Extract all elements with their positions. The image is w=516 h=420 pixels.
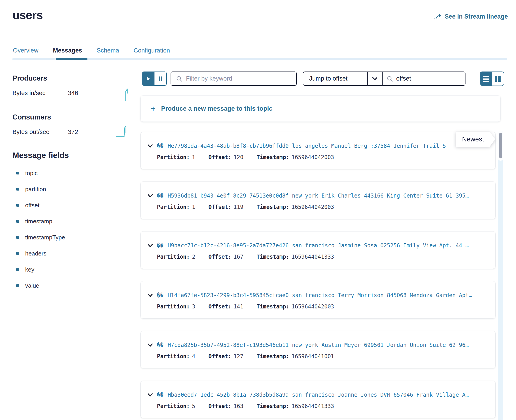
producers-heading: Producers [12, 74, 47, 82]
list-view-button[interactable] [480, 72, 492, 86]
bytes-in-label: Bytes in/sec [12, 90, 46, 97]
message-card[interactable]: �� H5936db81-b943-4e0f-8c29-74513e0c0d8f… [140, 181, 496, 219]
message-card[interactable]: �� H7cda825b-35b7-4952-88ef-c193d546eb11… [140, 331, 496, 368]
tab-label: Schema [97, 47, 119, 54]
chevron-down-icon[interactable] [147, 393, 153, 397]
replacement-glyphs: �� [157, 392, 163, 398]
field-bullet-icon [16, 252, 19, 255]
partition-field: Partition:5 [157, 403, 195, 409]
offset-field: Offset:127 [208, 353, 244, 360]
tab-bar: OverviewMessagesSchemaConfiguration [13, 47, 170, 56]
message-field-item-partition[interactable]: partition [16, 186, 65, 193]
offset-field: Offset:141 [208, 303, 244, 310]
live-consume-toggle [142, 72, 167, 86]
partition-field: Partition:3 [157, 303, 195, 310]
message-key-row: �� Hba30eed7-1edc-452b-8b1a-738d3b5d8a9a… [147, 392, 490, 398]
message-card[interactable]: �� Hba30eed7-1edc-452b-8b1a-738d3b5d8a9a… [140, 381, 496, 418]
chevron-down-icon[interactable] [147, 144, 153, 148]
field-label: key [25, 266, 34, 273]
column-view-button[interactable] [492, 72, 504, 86]
tab-label: Messages [53, 47, 82, 54]
offset-field: Offset:167 [208, 254, 244, 260]
search-icon [387, 75, 393, 82]
message-key-row: �� H14fa67fe-5823-4299-b3c4-595845cfcae0… [147, 292, 490, 299]
scrollbar-track[interactable] [498, 131, 503, 420]
timestamp-field: Timestamp:1659644041333 [256, 254, 334, 260]
message-field-item-key[interactable]: key [16, 266, 65, 273]
replacement-glyphs: �� [157, 342, 163, 348]
field-label: timestampType [25, 234, 65, 241]
message-meta-row: Partition:5 Offset:163 Timestamp:1659644… [157, 403, 334, 409]
bytes-out-label: Bytes out/sec [12, 128, 49, 135]
message-card[interactable]: �� He77981da-4a43-48ab-b8f8-cb71b96ffdd0… [140, 132, 496, 169]
newest-tooltip-label: Newest [456, 132, 490, 147]
jump-to-select-value: Jump to offset [303, 75, 367, 82]
partition-field: Partition:2 [157, 254, 195, 260]
replacement-glyphs: �� [157, 242, 163, 249]
field-bullet-icon [16, 188, 19, 191]
message-field-item-value[interactable]: value [16, 282, 65, 289]
partition-field: Partition:4 [157, 353, 195, 360]
field-bullet-icon [16, 220, 19, 223]
bytes-in-value: 346 [68, 90, 78, 97]
filter-input-box [170, 72, 297, 86]
message-field-item-headers[interactable]: headers [16, 250, 65, 257]
message-key: He77981da-4a43-48ab-b8f8-cb71b96ffdd0 lo… [168, 143, 446, 149]
message-key: H14fa67fe-5823-4299-b3c4-595845cfcae0 sa… [168, 292, 472, 299]
tab-configuration[interactable]: Configuration [134, 47, 170, 56]
field-bullet-icon [16, 204, 19, 207]
jump-to-select[interactable]: Jump to offset [303, 72, 383, 86]
message-key: Hba30eed7-1edc-452b-8b1a-738d3b5d8a9a sa… [168, 392, 469, 398]
timestamp-field: Timestamp:1659644041001 [256, 353, 334, 360]
tab-label: Overview [13, 47, 39, 54]
offset-input-box [382, 72, 465, 86]
message-card[interactable]: �� H14fa67fe-5823-4299-b3c4-595845cfcae0… [140, 281, 496, 319]
message-field-item-topic[interactable]: topic [16, 170, 65, 177]
bytes-out-row: Bytes out/sec 372 [12, 128, 130, 135]
produce-message-label: Produce a new message to this topic [161, 105, 272, 112]
replacement-glyphs: �� [157, 143, 163, 149]
bytes-out-sparkline [116, 125, 129, 138]
field-label: offset [25, 202, 39, 209]
message-field-item-offset[interactable]: offset [16, 202, 65, 209]
play-button[interactable] [142, 72, 154, 85]
chevron-down-icon[interactable] [147, 344, 153, 347]
produce-message-button[interactable]: + Produce a new message to this topic [140, 96, 501, 122]
tab-underline-active [56, 58, 87, 60]
chevron-down-icon[interactable] [147, 244, 153, 247]
tab-overview[interactable]: Overview [13, 47, 39, 56]
bytes-in-sparkline [124, 88, 130, 101]
field-label: value [25, 282, 39, 289]
replacement-glyphs: �� [157, 292, 163, 299]
filter-keyword-input[interactable] [186, 75, 281, 82]
message-meta-row: Partition:3 Offset:141 Timestamp:1659644… [157, 303, 334, 310]
tab-messages[interactable]: Messages [53, 47, 82, 56]
stream-lineage-link[interactable]: See in Stream lineage [434, 13, 508, 20]
bytes-in-row: Bytes in/sec 346 [12, 90, 130, 97]
pause-button[interactable] [154, 72, 166, 85]
message-field-item-timestamp[interactable]: timestamp [16, 218, 65, 225]
scrollbar-thumb[interactable] [499, 133, 502, 158]
view-mode-toggle [480, 72, 504, 86]
message-fields-heading: Message fields [12, 151, 69, 160]
play-icon [146, 76, 151, 81]
select-chevron-box [367, 72, 382, 85]
field-bullet-icon [16, 268, 19, 271]
message-field-item-timestamptype[interactable]: timestampType [16, 234, 65, 241]
offset-input[interactable] [396, 75, 453, 82]
chevron-down-icon[interactable] [147, 194, 153, 198]
list-view-icon [483, 75, 490, 82]
message-key: H7cda825b-35b7-4952-88ef-c193d546eb11 ne… [168, 342, 469, 348]
newest-tooltip: Newest [456, 132, 490, 147]
chevron-down-icon [372, 77, 377, 80]
plus-icon: + [151, 105, 156, 112]
field-label: headers [25, 250, 46, 257]
tab-schema[interactable]: Schema [97, 47, 119, 56]
chevron-down-icon[interactable] [147, 294, 153, 297]
consumers-heading: Consumers [12, 113, 51, 121]
message-card[interactable]: �� H9bacc71c-b12c-4216-8e95-2a7da727e426… [140, 231, 496, 269]
page-title: users [12, 8, 43, 22]
message-key-row: �� H7cda825b-35b7-4952-88ef-c193d546eb11… [147, 342, 490, 348]
message-key-row: �� H9bacc71c-b12c-4216-8e95-2a7da727e426… [147, 242, 490, 249]
stream-lineage-label: See in Stream lineage [445, 13, 508, 20]
